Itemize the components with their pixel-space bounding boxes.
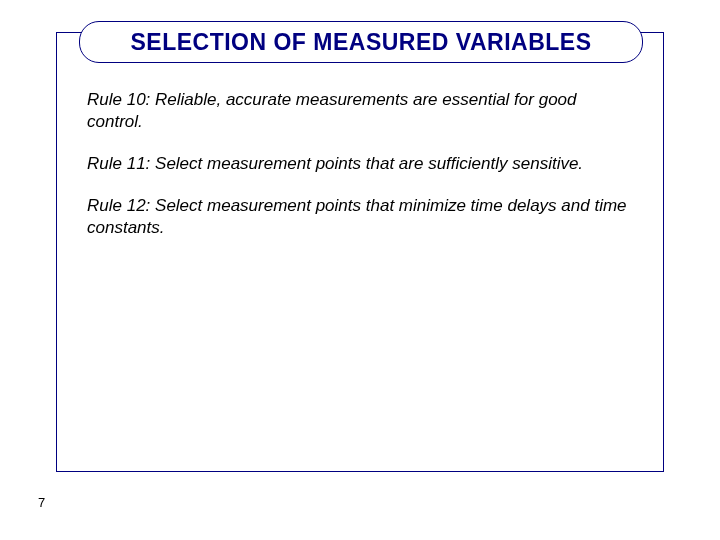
page-number: 7 <box>38 495 45 510</box>
rule-item: Rule 10: Reliable, accurate measurements… <box>87 89 633 133</box>
slide-title: SELECTION OF MEASURED VARIABLES <box>130 29 591 56</box>
title-box: SELECTION OF MEASURED VARIABLES <box>79 21 643 63</box>
rule-item: Rule 11: Select measurement points that … <box>87 153 633 175</box>
rule-item: Rule 12: Select measurement points that … <box>87 195 633 239</box>
slide-frame: SELECTION OF MEASURED VARIABLES Rule 10:… <box>56 32 664 472</box>
slide-content: Rule 10: Reliable, accurate measurements… <box>57 33 663 239</box>
